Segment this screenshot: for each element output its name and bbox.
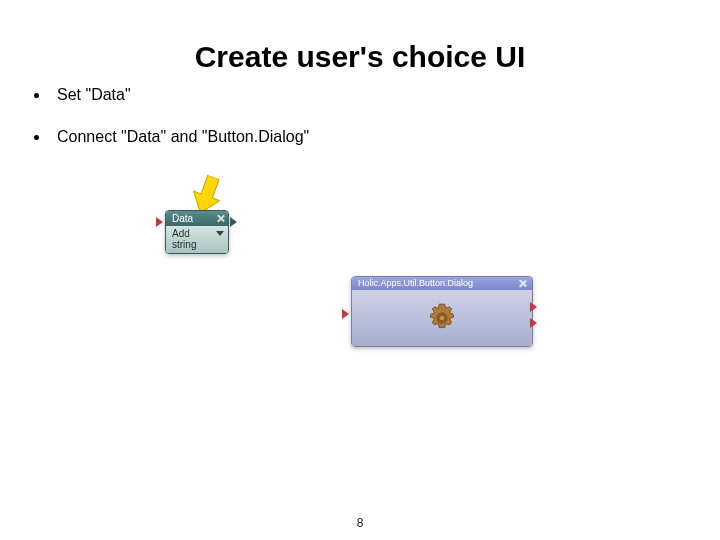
bullet-text: Set "Data" [57, 86, 131, 104]
data-node[interactable]: Data Add string [165, 210, 229, 254]
gear-icon [425, 301, 459, 335]
port-in-icon[interactable] [156, 217, 163, 227]
close-icon[interactable] [217, 215, 224, 222]
svg-point-1 [440, 316, 444, 320]
port-in-icon[interactable] [342, 309, 349, 319]
port-out-icon[interactable] [530, 318, 537, 328]
data-node-body: Add string [166, 226, 228, 253]
bullet-icon [34, 93, 39, 98]
bullet-list: Set "Data" Connect "Data" and "Button.Di… [34, 86, 686, 170]
close-icon[interactable] [519, 280, 526, 287]
bullet-text: Connect "Data" and "Button.Dialog" [57, 128, 309, 146]
data-node-titlebar: Data [166, 211, 228, 226]
page-title: Create user's choice UI [0, 40, 720, 74]
data-type-label: string [172, 239, 196, 250]
node-diagram: Data Add string Holic.Apps.Util.Button.D… [155, 190, 575, 410]
list-item: Set "Data" [34, 86, 686, 104]
data-node-title: Data [172, 213, 193, 224]
bullet-icon [34, 135, 39, 140]
port-out-icon[interactable] [230, 217, 237, 227]
list-item: Connect "Data" and "Button.Dialog" [34, 128, 686, 146]
chevron-down-icon[interactable] [216, 231, 224, 236]
dialog-node-body [352, 290, 532, 346]
data-add-label[interactable]: Add [172, 228, 190, 239]
button-dialog-node[interactable]: Holic.Apps.Util.Button.Dialog [351, 276, 533, 347]
page-number: 8 [0, 516, 720, 530]
dialog-node-title: Holic.Apps.Util.Button.Dialog [358, 278, 473, 288]
dialog-node-titlebar: Holic.Apps.Util.Button.Dialog [352, 277, 532, 290]
port-out-icon[interactable] [530, 302, 537, 312]
